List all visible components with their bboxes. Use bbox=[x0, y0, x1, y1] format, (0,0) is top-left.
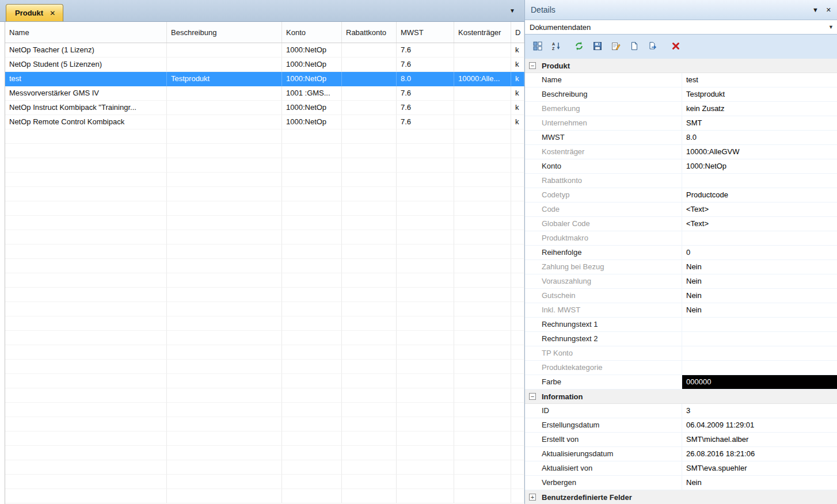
section-header[interactable]: −Produkt bbox=[525, 59, 837, 73]
property-row[interactable]: Nametest bbox=[525, 73, 837, 87]
property-row[interactable]: Globaler Code<Text> bbox=[525, 217, 837, 231]
color-value-swatch[interactable]: 000000 bbox=[682, 375, 837, 389]
property-row[interactable]: Code<Text> bbox=[525, 203, 837, 217]
property-row[interactable]: Erstellungsdatum06.04.2009 11:29:01 bbox=[525, 418, 837, 433]
table-row[interactable]: NetOp Student (5 Lizenzen)1000:NetOp7.6k bbox=[5, 58, 524, 72]
property-value[interactable] bbox=[682, 231, 837, 245]
sort-az-button[interactable]: AZ bbox=[548, 40, 564, 54]
property-value[interactable]: Nein bbox=[682, 476, 837, 490]
table-cell bbox=[342, 446, 397, 460]
property-value[interactable]: 10000:AlleGVW bbox=[682, 145, 837, 159]
table-cell bbox=[342, 230, 397, 245]
table-row[interactable]: NetOp Remote Control Kombipack1000:NetOp… bbox=[5, 115, 524, 129]
property-row[interactable]: UnternehmenSMT bbox=[525, 116, 837, 131]
property-value[interactable]: Testprodukt bbox=[682, 87, 837, 101]
column-header[interactable]: Rabattkonto bbox=[342, 22, 397, 43]
collapse-icon[interactable]: − bbox=[529, 62, 536, 69]
property-value[interactable] bbox=[682, 346, 837, 360]
edit-button[interactable] bbox=[608, 40, 623, 54]
property-value[interactable]: Nein bbox=[682, 260, 837, 274]
panel-close-icon[interactable]: ✕ bbox=[826, 6, 831, 14]
section-header[interactable]: −Information bbox=[525, 390, 837, 404]
categorized-view-button[interactable] bbox=[530, 40, 545, 54]
sort-az-icon: AZ bbox=[551, 41, 561, 52]
property-row[interactable]: MWST8.0 bbox=[525, 131, 837, 145]
refresh-button[interactable] bbox=[571, 40, 587, 54]
table-row[interactable]: NetOp Teacher (1 Lizenz)1000:NetOp7.6k bbox=[5, 43, 524, 58]
property-value[interactable]: 06.04.2009 11:29:01 bbox=[682, 418, 837, 432]
table-cell bbox=[454, 129, 511, 144]
document-data-combobox[interactable]: Dokumentendaten ▼ bbox=[525, 20, 837, 35]
property-row[interactable]: VerbergenNein bbox=[525, 476, 837, 490]
property-value[interactable]: 8.0 bbox=[682, 131, 837, 144]
property-row[interactable]: Konto1000:NetOp bbox=[525, 159, 837, 174]
property-value[interactable]: 26.08.2016 18:21:06 bbox=[682, 447, 837, 461]
property-row[interactable]: Reihenfolge0 bbox=[525, 246, 837, 260]
property-value[interactable]: SMT\eva.spuehler bbox=[682, 461, 837, 475]
property-row[interactable]: Produktmakro bbox=[525, 231, 837, 246]
grid-body: NetOp Teacher (1 Lizenz)1000:NetOp7.6kNe… bbox=[5, 43, 524, 503]
property-row[interactable]: Aktualisiert vonSMT\eva.spuehler bbox=[525, 461, 837, 476]
property-row[interactable]: Zahlung bei BezugNein bbox=[525, 260, 837, 274]
property-row[interactable]: Erstellt vonSMT\michael.alber bbox=[525, 433, 837, 447]
column-header[interactable]: Konto bbox=[282, 22, 342, 43]
panel-pin-dropdown-icon[interactable]: ▼ bbox=[812, 6, 819, 13]
property-row[interactable]: BeschreibungTestprodukt bbox=[525, 87, 837, 102]
property-value[interactable]: Productcode bbox=[682, 188, 837, 202]
property-value[interactable]: <Text> bbox=[682, 217, 837, 231]
collapse-icon[interactable]: − bbox=[529, 393, 536, 400]
column-header[interactable]: Kostenträger bbox=[454, 22, 511, 43]
property-value[interactable]: SMT\michael.alber bbox=[682, 433, 837, 446]
property-row[interactable]: Kostenträger10000:AlleGVW bbox=[525, 145, 837, 159]
property-row[interactable]: VorauszahlungNein bbox=[525, 274, 837, 289]
property-row[interactable]: Farbe000000 bbox=[525, 375, 837, 390]
property-value[interactable]: Nein bbox=[682, 274, 837, 288]
new-document-button[interactable] bbox=[626, 40, 642, 54]
property-row[interactable]: TP Konto bbox=[525, 346, 837, 361]
save-button[interactable] bbox=[589, 40, 605, 54]
document-export-button[interactable] bbox=[645, 40, 660, 54]
table-row[interactable]: Messvorverstärker GMS IV1001 :GMS...7.6k bbox=[5, 86, 524, 101]
table-cell bbox=[397, 158, 454, 173]
delete-button[interactable] bbox=[668, 40, 683, 54]
property-row[interactable]: GutscheinNein bbox=[525, 289, 837, 303]
property-value[interactable] bbox=[682, 174, 837, 188]
property-value[interactable]: SMT bbox=[682, 116, 837, 130]
property-row[interactable]: Rechnungstext 1 bbox=[525, 318, 837, 332]
property-value[interactable]: Nein bbox=[682, 289, 837, 303]
section-header[interactable]: +Benutzerdefinierte Felder bbox=[525, 490, 837, 504]
property-value[interactable]: 0 bbox=[682, 246, 837, 259]
categorized-view-icon bbox=[533, 41, 542, 52]
table-row-selected[interactable]: testTestprodukt1000:NetOp8.010000:Alle..… bbox=[5, 72, 524, 86]
property-row[interactable]: CodetypProductcode bbox=[525, 188, 837, 203]
property-row[interactable]: Produktekategorie bbox=[525, 361, 837, 375]
property-value[interactable]: kein Zusatz bbox=[682, 102, 837, 116]
column-header[interactable]: Beschreibung bbox=[167, 22, 282, 43]
table-row[interactable]: NetOp Instruct Kombipack "Trainingr...10… bbox=[5, 101, 524, 115]
property-value[interactable]: <Text> bbox=[682, 203, 837, 216]
column-header[interactable]: Name bbox=[5, 22, 167, 43]
property-row[interactable]: Bemerkungkein Zusatz bbox=[525, 102, 837, 116]
table-cell bbox=[454, 86, 511, 101]
property-value[interactable]: Nein bbox=[682, 303, 837, 317]
property-row[interactable]: Inkl. MWSTNein bbox=[525, 303, 837, 318]
property-row[interactable]: ID3 bbox=[525, 404, 837, 418]
expand-icon[interactable]: + bbox=[529, 494, 536, 501]
property-row[interactable]: Rechnungstext 2 bbox=[525, 332, 837, 346]
property-row[interactable]: Aktualisierungsdatum26.08.2016 18:21:06 bbox=[525, 447, 837, 461]
column-header[interactable]: D bbox=[511, 22, 524, 43]
tab-close-icon[interactable]: ✕ bbox=[50, 9, 55, 17]
property-value[interactable]: 1000:NetOp bbox=[682, 159, 837, 173]
property-value[interactable] bbox=[682, 361, 837, 375]
property-value[interactable] bbox=[682, 332, 837, 346]
tab-list-dropdown-icon[interactable]: ▼ bbox=[509, 7, 515, 14]
table-cell bbox=[454, 230, 511, 245]
combobox-dropdown-icon: ▼ bbox=[828, 24, 834, 30]
property-value[interactable]: 3 bbox=[682, 404, 837, 418]
table-cell bbox=[511, 201, 524, 216]
property-value[interactable]: test bbox=[682, 73, 837, 87]
property-value[interactable] bbox=[682, 318, 837, 331]
column-header[interactable]: MWST bbox=[397, 22, 454, 43]
tab-produkt[interactable]: Produkt ✕ bbox=[6, 4, 63, 21]
property-row[interactable]: Rabattkonto bbox=[525, 174, 837, 188]
